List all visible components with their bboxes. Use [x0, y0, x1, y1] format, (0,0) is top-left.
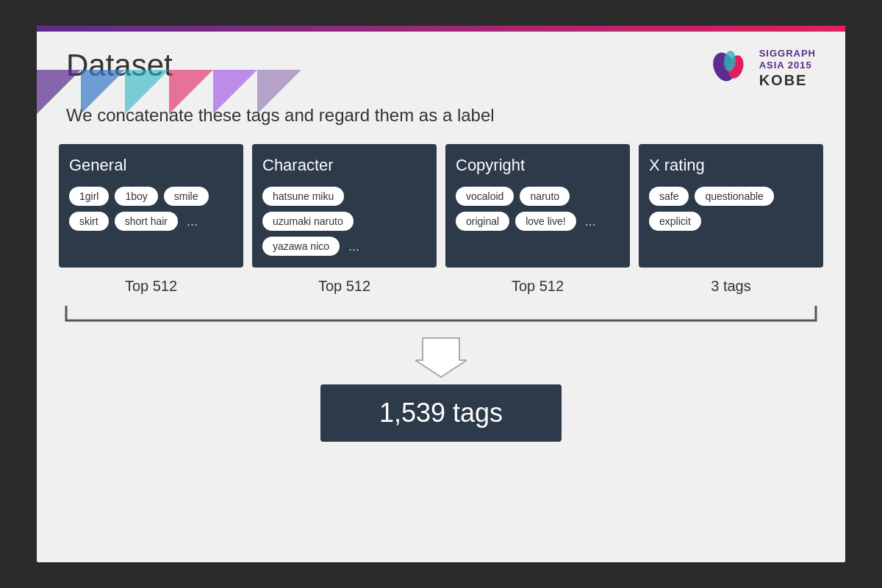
- logo-area: SIGGRAPH ASIA 2015 KOBE: [708, 46, 816, 90]
- category-general-title: General: [69, 156, 233, 175]
- tag-questionable: questionable: [695, 187, 773, 206]
- category-character: Character hatsune miku uzumaki naruto ya…: [252, 144, 437, 268]
- result-box-container: 1,539 tags: [37, 384, 845, 442]
- tag-safe: safe: [649, 187, 689, 206]
- down-arrow: [415, 334, 467, 379]
- tag-hatsune-miku: hatsune miku: [262, 187, 344, 206]
- tag-1girl: 1girl: [69, 187, 109, 206]
- category-copyright-title: Copyright: [456, 156, 620, 175]
- tag-skirt: skirt: [69, 212, 109, 231]
- general-bottom-label: Top 512: [59, 272, 243, 301]
- tag-short-hair: short hair: [115, 212, 178, 231]
- svg-marker-3: [169, 70, 213, 114]
- svg-marker-5: [257, 70, 301, 114]
- bracket-svg: [59, 302, 823, 324]
- result-box: 1,539 tags: [320, 384, 562, 442]
- tag-naruto: naruto: [520, 187, 570, 206]
- arrow-container: [37, 334, 845, 379]
- category-general: General 1girl 1boy smile skirt short hai…: [59, 144, 243, 268]
- top-accent-bar: [37, 26, 845, 32]
- copyright-bottom-label: Top 512: [445, 272, 630, 301]
- category-character-title: Character: [262, 156, 426, 175]
- tag-yazawa-nico: yazawa nico: [262, 237, 340, 256]
- bracket-container: [37, 302, 845, 327]
- svg-marker-4: [213, 70, 257, 114]
- tag-uzumaki-naruto: uzumaki naruto: [262, 212, 354, 231]
- slide: Dataset SIGGRAPH ASIA 2015 KOBE We conca…: [37, 26, 845, 562]
- bottom-labels: Top 512 Top 512 Top 512 3 tags: [37, 268, 845, 301]
- logo-siggraph: SIGGRAPH: [759, 48, 816, 60]
- tag-1boy: 1boy: [115, 187, 157, 206]
- category-copyright: Copyright vocaloid naruto original love …: [445, 144, 630, 268]
- svg-marker-0: [37, 70, 81, 114]
- logo-kobe: KOBE: [759, 71, 816, 89]
- svg-marker-2: [125, 70, 169, 114]
- xrating-bottom-label: 3 tags: [639, 272, 823, 301]
- general-ellipsis: ...: [184, 212, 201, 231]
- character-ellipsis: ...: [345, 237, 362, 256]
- categories-container: General 1girl 1boy smile skirt short hai…: [37, 144, 845, 268]
- siggraph-logo-icon: [708, 46, 752, 90]
- logo-text: SIGGRAPH ASIA 2015 KOBE: [759, 48, 816, 88]
- character-tags: hatsune miku uzumaki naruto yazawa nico …: [262, 187, 426, 256]
- svg-marker-9: [415, 338, 467, 377]
- svg-marker-1: [81, 70, 125, 114]
- category-xrating-title: X rating: [649, 156, 813, 175]
- tag-love-live: love live!: [515, 212, 576, 231]
- copyright-tags: vocaloid naruto original love live! ...: [456, 187, 620, 231]
- logo-asia: ASIA 2015: [759, 60, 816, 71]
- character-bottom-label: Top 512: [252, 272, 437, 301]
- general-tags: 1girl 1boy smile skirt short hair ...: [69, 187, 233, 231]
- decorative-triangles: [37, 70, 316, 114]
- tag-vocaloid: vocaloid: [456, 187, 514, 206]
- xrating-tags: safe questionable explicit: [649, 187, 813, 231]
- tag-explicit: explicit: [649, 212, 701, 231]
- tag-smile: smile: [164, 187, 209, 206]
- tag-original: original: [456, 212, 509, 231]
- copyright-ellipsis: ...: [582, 212, 599, 231]
- category-xrating: X rating safe questionable explicit: [639, 144, 823, 268]
